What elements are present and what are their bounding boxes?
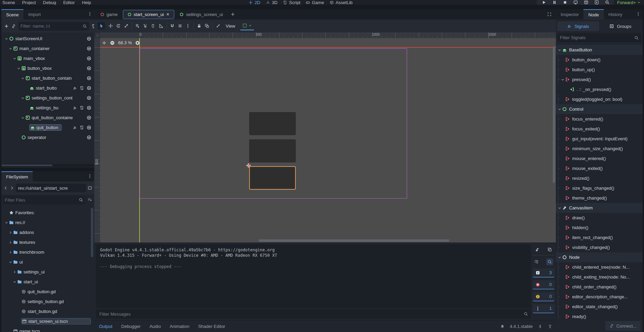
bottom-tab-audio[interactable]: Audio bbox=[149, 324, 161, 329]
tab-node[interactable]: Node bbox=[583, 9, 603, 19]
file-addons[interactable]: addons bbox=[1, 227, 94, 237]
signal-editor-description-change[interactable]: editor_description_change... bbox=[556, 292, 643, 302]
signal-focus-entered[interactable]: focus_entered() bbox=[556, 114, 643, 124]
file-sort-icon[interactable] bbox=[87, 197, 92, 202]
menu-project[interactable]: Project bbox=[22, 0, 36, 5]
back-icon[interactable] bbox=[3, 186, 8, 190]
instance-scene-icon[interactable] bbox=[11, 24, 16, 29]
signal-connected-icon[interactable] bbox=[73, 85, 77, 91]
scene-node-start-butto[interactable]: start_butto bbox=[1, 83, 94, 93]
file-settings-button-gd[interactable]: settings_button.gd bbox=[1, 297, 94, 306]
chevron-right-icon[interactable] bbox=[8, 231, 13, 235]
chevron-down-icon[interactable] bbox=[8, 260, 13, 264]
visibility-icon[interactable] bbox=[86, 105, 92, 110]
scene-dock-menu-icon[interactable] bbox=[87, 12, 92, 16]
signal-class-control[interactable]: Control bbox=[556, 104, 643, 114]
visibility-icon[interactable] bbox=[86, 56, 92, 61]
menu-editor[interactable]: Editor bbox=[63, 0, 75, 5]
bottom-tab-shader-editor[interactable]: Shader Editor bbox=[198, 324, 225, 329]
canvas-vscrollbar[interactable] bbox=[553, 46, 555, 183]
signal-class-canvasitem[interactable]: CanvasItem bbox=[556, 203, 643, 213]
workspace-assetlib[interactable]: AssetLib bbox=[329, 0, 353, 5]
chevron-down-icon[interactable] bbox=[557, 206, 562, 210]
chevron-down-icon[interactable] bbox=[8, 47, 13, 51]
smart-snap-icon[interactable] bbox=[170, 23, 175, 28]
signal-connected-icon[interactable] bbox=[73, 125, 77, 130]
signal-visibility-changed[interactable]: visibility_changed() bbox=[556, 242, 643, 252]
scene-node-settings-bu[interactable]: settings_bu bbox=[1, 103, 94, 113]
lock-icon[interactable] bbox=[197, 23, 202, 28]
file-ui[interactable]: ui bbox=[1, 257, 94, 267]
badge-alert-box[interactable]: 3 bbox=[533, 268, 554, 278]
zoom-in-icon[interactable] bbox=[135, 41, 140, 45]
canvas-button[interactable] bbox=[249, 139, 296, 162]
scene-node-button-vbox[interactable]: button_vbox bbox=[1, 63, 94, 73]
bottom-tab-debugger[interactable]: Debugger bbox=[121, 324, 141, 329]
badge-pin-col[interactable]: 1 bbox=[533, 304, 554, 313]
signal-child-entered-tree-node-n[interactable]: child_entered_tree(node: N... bbox=[556, 262, 643, 272]
scene-node-main-vbox[interactable]: main_vbox bbox=[1, 53, 94, 63]
snap-options-icon[interactable] bbox=[186, 23, 190, 28]
tab-import[interactable]: Import bbox=[23, 9, 46, 19]
current-path-input[interactable] bbox=[16, 186, 86, 191]
signal-child-order-changed[interactable]: child_order_changed() bbox=[556, 282, 643, 292]
signal-child-exiting-tree-node-no[interactable]: child_exiting_tree(node: No... bbox=[556, 272, 643, 282]
visibility-icon[interactable] bbox=[86, 36, 92, 41]
file-start-button-gd[interactable]: start_button.gd bbox=[1, 306, 94, 316]
filesystem-scrollbar[interactable] bbox=[91, 208, 93, 257]
visibility-icon[interactable] bbox=[86, 135, 92, 140]
ruler-corner[interactable] bbox=[94, 32, 100, 38]
new-scene-tab-icon[interactable] bbox=[230, 12, 235, 17]
signal-class-node[interactable]: Node bbox=[556, 252, 643, 262]
bottom-tab-output[interactable]: Output bbox=[99, 324, 112, 329]
chevron-right-icon[interactable] bbox=[8, 240, 13, 244]
file-start-screen-ui-tscn[interactable]: start_screen_ui.tscn bbox=[1, 316, 94, 326]
add-node-icon[interactable] bbox=[4, 24, 9, 29]
scene-tab-settings-screen-ui[interactable]: settings_screen_ui bbox=[175, 10, 227, 19]
signal-button-up[interactable]: button_up() bbox=[556, 65, 643, 75]
remote-debug-icon[interactable] bbox=[573, 0, 578, 5]
movie-maker-icon[interactable] bbox=[605, 0, 610, 5]
filesystem-dock-menu-icon[interactable] bbox=[87, 174, 92, 178]
file-start-ui[interactable]: start_ui bbox=[1, 277, 94, 287]
chevron-down-icon[interactable] bbox=[20, 116, 25, 120]
file-filter-input[interactable] bbox=[3, 197, 79, 203]
subtab-groups[interactable]: Groups bbox=[600, 21, 642, 31]
renderer-select[interactable]: Forward+ bbox=[617, 0, 641, 5]
workspace-3d[interactable]: 3D bbox=[266, 0, 278, 5]
pan-tool-icon[interactable] bbox=[151, 23, 156, 28]
play-custom-scene-icon[interactable] bbox=[594, 0, 599, 5]
pivot-tool-icon[interactable] bbox=[143, 23, 148, 28]
script-attached-icon[interactable] bbox=[80, 125, 84, 130]
play-scene-icon[interactable] bbox=[584, 0, 589, 5]
menu-help[interactable]: Help bbox=[82, 0, 91, 5]
tab-scene[interactable]: Scene bbox=[1, 9, 23, 19]
connect-button[interactable]: Connect... bbox=[605, 321, 641, 331]
chevron-right-icon[interactable] bbox=[12, 270, 17, 274]
signal-draw[interactable]: draw() bbox=[556, 213, 643, 223]
subtab-signals[interactable]: Signals bbox=[557, 21, 599, 31]
menu-scene[interactable]: Scene bbox=[2, 0, 15, 5]
badge-warn[interactable]: 0 bbox=[533, 292, 554, 301]
move-tool-icon[interactable] bbox=[108, 23, 113, 28]
inspector-dock-menu-icon[interactable] bbox=[636, 12, 641, 16]
zoom-out-icon[interactable] bbox=[110, 41, 115, 45]
tab-filesystem[interactable]: FileSystem bbox=[1, 171, 33, 181]
scene-filter-input[interactable] bbox=[18, 23, 82, 29]
stop-icon[interactable] bbox=[563, 0, 567, 5]
signal-pressed[interactable]: pressed() bbox=[556, 75, 643, 84]
play-icon[interactable] bbox=[542, 0, 546, 5]
signal-mouse-exited[interactable]: mouse_exited() bbox=[556, 163, 643, 173]
chevron-down-icon[interactable] bbox=[557, 255, 562, 259]
group-icon[interactable] bbox=[205, 23, 209, 28]
filter-messages-input[interactable] bbox=[96, 312, 524, 317]
chevron-down-icon[interactable] bbox=[12, 57, 17, 61]
filter-signals-input[interactable] bbox=[557, 35, 634, 40]
menu-debug[interactable]: Debug bbox=[43, 0, 56, 5]
visibility-icon[interactable] bbox=[86, 125, 92, 130]
file-res[interactable]: res:// bbox=[1, 218, 94, 227]
search-messages-icon[interactable] bbox=[547, 259, 552, 264]
expand-panel-icon[interactable] bbox=[548, 324, 552, 329]
workspace-2d[interactable]: 2D bbox=[248, 0, 260, 5]
visibility-icon[interactable] bbox=[86, 66, 92, 71]
